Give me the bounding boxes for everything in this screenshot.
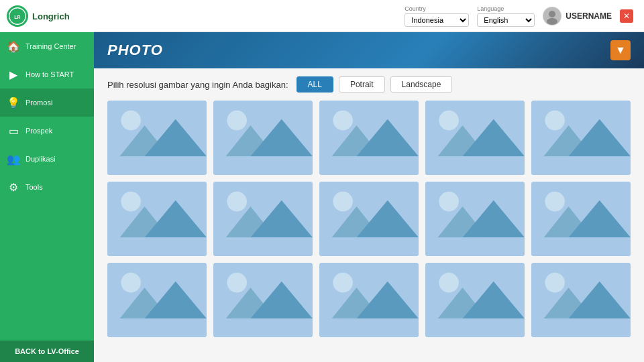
svg-rect-64 (213, 318, 313, 337)
svg-point-38 (227, 192, 247, 212)
svg-point-23 (439, 111, 459, 131)
svg-rect-79 (531, 318, 631, 337)
sidebar: 🏠 Training Center ▶ How to START 💡 Promo… (0, 32, 94, 362)
photo-grid (94, 101, 644, 351)
svg-point-18 (333, 111, 353, 131)
sidebar-label-prospek: Prospek (25, 127, 52, 135)
svg-point-33 (121, 192, 141, 212)
sidebar-label-duplikasi: Duplikasi (25, 155, 56, 163)
svg-text:LR: LR (14, 15, 20, 19)
language-select[interactable]: English Bahasa Chinese (477, 13, 535, 27)
svg-point-58 (121, 273, 141, 293)
duplikasi-icon: 👥 (7, 153, 20, 166)
svg-rect-69 (319, 318, 419, 337)
filter-bar: Pilih resolusi gambar yang ingin Anda ba… (94, 68, 644, 101)
sidebar-label-how-to-start: How to START (25, 70, 74, 78)
country-field: Country Indonesia Malaysia Singapore (405, 5, 469, 27)
svg-rect-49 (425, 237, 525, 256)
photo-item[interactable] (213, 263, 313, 337)
svg-rect-29 (531, 156, 631, 175)
photo-item[interactable] (213, 182, 313, 256)
svg-point-4 (547, 18, 557, 25)
prospek-icon: ▭ (7, 125, 20, 137)
home-icon: 🏠 (7, 40, 20, 53)
photo-item[interactable] (319, 263, 419, 337)
photo-item[interactable] (319, 101, 419, 175)
sidebar-item-duplikasi[interactable]: 👥 Duplikasi (0, 145, 94, 173)
svg-point-43 (333, 192, 353, 212)
svg-rect-9 (107, 156, 207, 175)
header: LR Longrich Country Indonesia Malaysia S… (0, 0, 644, 32)
filter-landscape-button[interactable]: Landscape (390, 76, 453, 93)
photo-item[interactable] (107, 101, 207, 175)
svg-rect-14 (213, 156, 313, 175)
svg-point-48 (439, 192, 459, 212)
user-avatar (543, 7, 561, 25)
svg-point-78 (545, 273, 565, 293)
filter-all-button[interactable]: ALL (297, 76, 333, 93)
sidebar-item-training-center[interactable]: 🏠 Training Center (0, 32, 94, 60)
sidebar-label-training-center: Training Center (25, 42, 76, 50)
sidebar-item-promosi[interactable]: 💡 Promosi (0, 88, 94, 117)
chevron-down-icon[interactable]: ▼ (610, 40, 631, 60)
filter-potrait-button[interactable]: Potrait (339, 76, 385, 93)
svg-rect-24 (425, 156, 525, 175)
photo-title: PHOTO (107, 42, 163, 59)
photo-header-bar: PHOTO ▼ (94, 32, 644, 68)
photo-item[interactable] (425, 182, 525, 256)
photo-item[interactable] (107, 182, 207, 256)
sidebar-item-tools[interactable]: ⚙ Tools (0, 173, 94, 201)
main-content: PHOTO ▼ Pilih resolusi gambar yang ingin… (94, 32, 644, 362)
svg-rect-19 (319, 156, 419, 175)
username-area: USERNAME (543, 7, 612, 25)
svg-rect-74 (425, 318, 525, 337)
svg-point-3 (549, 11, 555, 17)
back-to-lv-office-button[interactable]: BACK to LV-Office (0, 341, 94, 362)
svg-point-53 (545, 192, 565, 212)
photo-item[interactable] (531, 263, 631, 337)
logo-area: LR Longrich (0, 0, 94, 32)
svg-rect-39 (213, 237, 313, 256)
sidebar-item-how-to-start[interactable]: ▶ How to START (0, 60, 94, 88)
photo-item[interactable] (531, 182, 631, 256)
sidebar-item-prospek[interactable]: ▭ Prospek (0, 117, 94, 145)
tools-icon: ⚙ (7, 181, 20, 194)
language-label: Language (477, 5, 535, 12)
promosi-icon: 💡 (7, 97, 20, 109)
photo-item[interactable] (425, 263, 525, 337)
logo-icon: LR (7, 5, 28, 27)
photo-item[interactable] (107, 263, 207, 337)
svg-point-28 (545, 111, 565, 131)
logo-text: Longrich (32, 11, 70, 21)
svg-point-8 (121, 111, 141, 131)
svg-point-68 (333, 273, 353, 293)
play-icon: ▶ (7, 68, 20, 81)
language-field: Language English Bahasa Chinese (477, 5, 535, 27)
svg-point-63 (227, 273, 247, 293)
svg-rect-54 (531, 237, 631, 256)
sidebar-label-tools: Tools (25, 183, 43, 191)
country-label: Country (405, 5, 469, 12)
svg-point-13 (227, 111, 247, 131)
country-select[interactable]: Indonesia Malaysia Singapore (405, 13, 469, 27)
photo-item[interactable] (319, 182, 419, 256)
svg-rect-44 (319, 237, 419, 256)
filter-label: Pilih resolusi gambar yang ingin Anda ba… (107, 80, 288, 90)
sidebar-label-promosi: Promosi (25, 99, 52, 107)
svg-point-73 (439, 273, 459, 293)
photo-item[interactable] (213, 101, 313, 175)
photo-item[interactable] (425, 101, 525, 175)
svg-rect-34 (107, 237, 207, 256)
layout: 🏠 Training Center ▶ How to START 💡 Promo… (0, 32, 644, 362)
svg-rect-59 (107, 318, 207, 337)
header-controls: Country Indonesia Malaysia Singapore Lan… (405, 5, 633, 27)
username-text: USERNAME (566, 11, 612, 21)
close-button[interactable]: ✕ (620, 9, 633, 23)
photo-item[interactable] (531, 101, 631, 175)
